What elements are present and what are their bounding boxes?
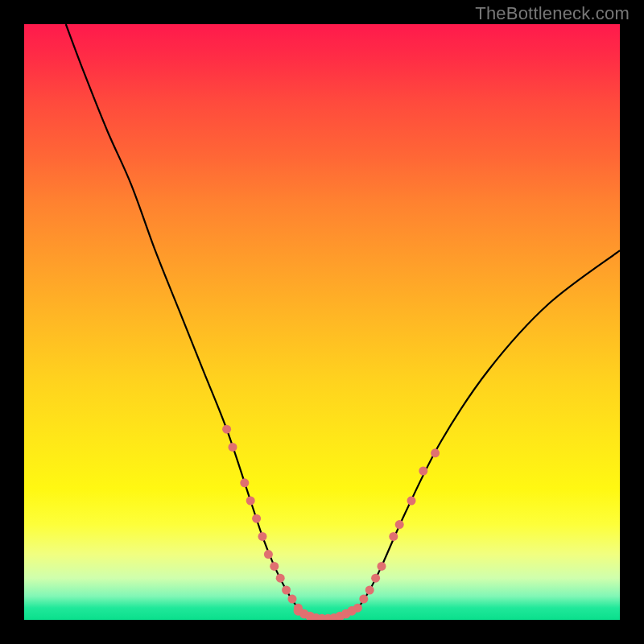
highlight-dot [240, 478, 249, 487]
chart-frame: TheBottleneck.com [0, 0, 644, 644]
bottleneck-curve [66, 24, 620, 619]
highlight-dot [378, 562, 386, 571]
plot-area [24, 24, 620, 620]
highlight-dot [365, 586, 374, 595]
highlight-dot [407, 497, 416, 506]
chart-svg [24, 24, 620, 620]
highlight-dot [258, 532, 267, 541]
highlight-dot [359, 595, 368, 604]
highlight-dot [246, 497, 255, 506]
highlight-dot [347, 606, 357, 616]
highlight-dot [282, 586, 291, 595]
highlight-dot [270, 562, 279, 571]
highlight-dot [371, 574, 380, 583]
highlight-dot [222, 425, 231, 434]
highlight-dot [252, 514, 261, 523]
watermark-text: TheBottleneck.com [475, 3, 630, 24]
highlight-dot [264, 550, 273, 559]
highlight-dot [389, 532, 398, 541]
highlight-dot [288, 595, 297, 604]
highlight-dots [222, 425, 440, 620]
highlight-dot [431, 448, 440, 457]
highlight-dot [276, 574, 285, 583]
highlight-dot [395, 520, 404, 529]
highlight-dot [229, 443, 237, 452]
highlight-dot [419, 467, 427, 476]
